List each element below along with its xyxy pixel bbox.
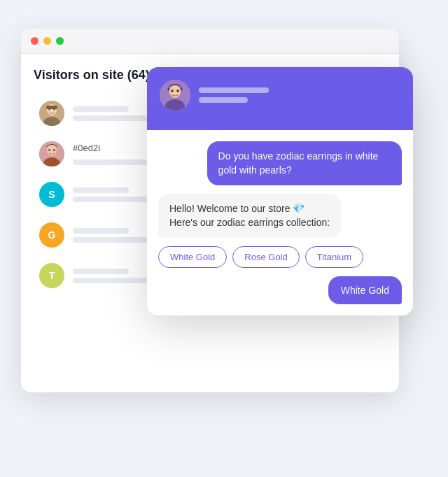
chat-message-user: Do you have zodiac earrings in white gol… bbox=[207, 141, 402, 185]
svg-point-15 bbox=[176, 90, 179, 92]
chat-overlay: Do you have zodiac earrings in white gol… bbox=[147, 67, 413, 315]
chat-message-bot: Hello! Welcome to our store 💎Here's our … bbox=[158, 194, 341, 238]
chat-agent-avatar bbox=[160, 80, 190, 111]
chat-body: Do you have zodiac earrings in white gol… bbox=[147, 130, 413, 315]
visitor-bar bbox=[73, 187, 129, 193]
avatar: G bbox=[39, 222, 64, 248]
chat-header-status-bar bbox=[199, 97, 248, 103]
browser-titlebar bbox=[21, 29, 399, 54]
avatar bbox=[39, 101, 64, 126]
bot-message-text: Hello! Welcome to our store 💎Here's our … bbox=[169, 203, 330, 228]
svg-point-14 bbox=[171, 90, 174, 92]
svg-point-10 bbox=[53, 149, 55, 151]
chat-header bbox=[147, 67, 413, 130]
svg-rect-5 bbox=[46, 106, 57, 109]
visitor-bar bbox=[73, 106, 129, 112]
avatar: S bbox=[39, 182, 64, 207]
chip-white-gold[interactable]: White Gold bbox=[158, 246, 227, 268]
dot-red[interactable] bbox=[31, 37, 38, 45]
visitor-bar bbox=[73, 228, 129, 234]
avatar: T bbox=[39, 263, 64, 288]
dot-green[interactable] bbox=[56, 37, 64, 45]
dot-yellow[interactable] bbox=[43, 37, 51, 45]
chat-header-info bbox=[199, 87, 269, 103]
visitor-bar bbox=[73, 269, 129, 274]
chat-header-name-bar bbox=[199, 87, 269, 93]
chip-rose-gold[interactable]: Rose Gold bbox=[232, 246, 299, 268]
chat-response-bubble: White Gold bbox=[328, 276, 402, 304]
scene: Visitors on site (64) bbox=[21, 29, 427, 448]
avatar bbox=[39, 141, 64, 166]
chip-titanium[interactable]: Titanium bbox=[305, 246, 363, 268]
svg-point-9 bbox=[48, 149, 50, 151]
chat-chips: White Gold Rose Gold Titanium bbox=[158, 246, 363, 268]
